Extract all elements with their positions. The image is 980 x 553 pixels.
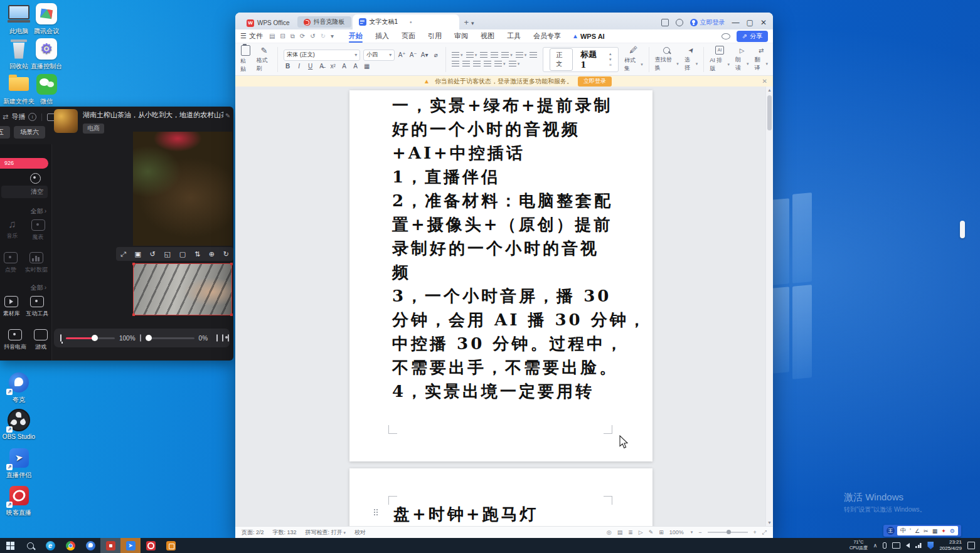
ime-punct-icon[interactable]: ʼ bbox=[910, 528, 911, 534]
underline-button[interactable]: U bbox=[306, 63, 314, 70]
scrollbar-thumb[interactable] bbox=[767, 95, 772, 130]
switch-icon[interactable]: ⇄ bbox=[3, 113, 8, 121]
desktop-icon-meeting[interactable]: 腾讯会议 bbox=[29, 3, 64, 36]
zoom-slider[interactable] bbox=[708, 532, 748, 533]
tab-references[interactable]: 引用 bbox=[422, 29, 448, 43]
superscript-button[interactable]: x² bbox=[329, 63, 337, 70]
video-source-2-selected[interactable] bbox=[133, 263, 232, 315]
taskbar-red-app[interactable] bbox=[100, 538, 120, 553]
layout-mode-icon[interactable] bbox=[661, 19, 669, 26]
edit-title-icon[interactable]: ✎ bbox=[225, 112, 230, 119]
desktop-icon-live-companion[interactable]: ➤↗ 直播伴侣 bbox=[1, 446, 36, 480]
tool-stats[interactable]: 实时数据 bbox=[25, 252, 48, 274]
sync-icon[interactable]: ⟳ bbox=[300, 33, 305, 40]
tool-media-library[interactable]: 素材库 bbox=[3, 296, 20, 318]
reset-icon[interactable]: ↻ bbox=[223, 250, 229, 258]
live-cover-thumbnail[interactable] bbox=[54, 109, 78, 133]
strikethrough-button[interactable]: A̶ bbox=[317, 63, 326, 70]
document-area[interactable]: 一，实景+绿布+提前录制 好的一个小时的音视频 +AI+中控插话 1，直播伴侣 … bbox=[235, 87, 773, 526]
desktop-icon-console[interactable]: ⚙ 直播控制台 bbox=[29, 38, 64, 71]
bullets-button[interactable]: ▾ bbox=[452, 52, 463, 58]
zoom-in-button[interactable]: + bbox=[754, 529, 757, 535]
font-name-select[interactable]: 宋体 (正文)▾ bbox=[284, 50, 360, 61]
tab-list-caret[interactable]: ▾ bbox=[471, 20, 474, 26]
notice-close-icon[interactable]: ✕ bbox=[762, 78, 767, 85]
fullscreen-icon[interactable]: ⤢ bbox=[762, 529, 767, 536]
maximize-button[interactable]: ▢ bbox=[747, 19, 754, 26]
more-caret-icon[interactable]: ▾ bbox=[331, 33, 334, 40]
zoom-value[interactable]: 100% bbox=[669, 529, 684, 535]
edge-slide-handle[interactable] bbox=[960, 221, 965, 238]
ai-layout-tool[interactable]: AIAI 排版▾ bbox=[710, 46, 730, 73]
section-all-2[interactable]: 全部› bbox=[31, 283, 46, 292]
new-tab-button[interactable]: + bbox=[464, 18, 469, 27]
align-right-button[interactable] bbox=[473, 61, 481, 66]
ime-cn-icon[interactable]: 中 bbox=[900, 527, 906, 535]
tool-like[interactable]: 点赞 bbox=[4, 252, 18, 274]
tab-tools[interactable]: 工具 bbox=[501, 29, 527, 43]
cpu-temp-widget[interactable]: 71°C CPU温度 bbox=[850, 540, 868, 551]
start-button[interactable] bbox=[0, 538, 20, 553]
loopback-icon[interactable] bbox=[140, 334, 141, 342]
desktop-icon-quark[interactable]: ↗ 夸克 bbox=[1, 371, 36, 404]
resize-handle[interactable] bbox=[132, 313, 135, 316]
italic-button[interactable]: I bbox=[295, 63, 303, 70]
scene-tab-5[interactable]: 五 bbox=[0, 126, 10, 139]
document-page-2[interactable]: 一，实景+绿布+提前录制 好的一个小时的音视频 +AI+中控插话 1，直播伴侣 … bbox=[349, 90, 652, 461]
scene-tab-6[interactable]: 场景六 bbox=[14, 126, 45, 139]
shrink-font-button[interactable]: A⁻ bbox=[409, 51, 417, 58]
flip-v-icon[interactable]: ⇅ bbox=[194, 250, 200, 258]
style-heading-1[interactable]: 标题 1 bbox=[580, 49, 602, 70]
read-aloud-tool[interactable]: ▷朗读▾ bbox=[735, 47, 749, 72]
desktop-icon-red-app[interactable]: ↗ 映客直播 bbox=[1, 484, 36, 517]
ime-settings-icon[interactable]: ⚙ bbox=[950, 528, 955, 534]
record-icon[interactable] bbox=[30, 173, 41, 184]
word-count[interactable]: 字数: 132 bbox=[273, 529, 297, 537]
section-all-1[interactable]: 全部› bbox=[31, 207, 46, 216]
columns-button[interactable] bbox=[530, 52, 537, 58]
ime-skin-icon[interactable]: ✦ bbox=[941, 528, 946, 534]
tab-wps-office[interactable]: W WPS Office bbox=[240, 16, 296, 29]
line-spacing-button[interactable]: ▾ bbox=[494, 61, 506, 66]
mic-volume-slider[interactable] bbox=[66, 337, 115, 339]
ime-pen-icon[interactable]: ∠ bbox=[915, 528, 920, 534]
align-center-button[interactable] bbox=[462, 61, 470, 66]
rotate-icon[interactable]: ↺ bbox=[150, 250, 156, 258]
tool-magic[interactable]: 魔表 bbox=[31, 219, 45, 241]
tab-document-active[interactable]: 文字文稿1 • bbox=[353, 14, 459, 29]
skin-icon[interactable] bbox=[676, 19, 683, 26]
shading-button[interactable]: ▦ bbox=[363, 63, 371, 70]
grid-icon[interactable]: ▣ bbox=[134, 250, 141, 258]
outline-icon[interactable]: ≣ bbox=[628, 529, 633, 535]
resize-handle[interactable] bbox=[230, 263, 233, 265]
proofread-button[interactable]: 校对 bbox=[354, 529, 366, 537]
tab-insert[interactable]: 插入 bbox=[369, 29, 395, 43]
paste-button[interactable]: 粘贴 bbox=[240, 45, 251, 73]
tab-page[interactable]: 页面 bbox=[395, 29, 422, 43]
notice-login-button[interactable]: 立即登录 bbox=[578, 76, 612, 87]
volume-tray-icon[interactable] bbox=[906, 543, 910, 548]
tool-ecommerce[interactable]: 抖音电商 bbox=[4, 329, 26, 351]
eye-protect-icon[interactable]: ◎ bbox=[607, 529, 612, 535]
scroll-up-icon[interactable]: ▲ bbox=[766, 88, 773, 92]
eye-protect-icon[interactable] bbox=[722, 33, 730, 40]
fit-page-icon[interactable]: ⊞ bbox=[659, 529, 664, 535]
clock-widget[interactable]: 23:21 2025/4/29 bbox=[939, 539, 962, 552]
network-tray-icon[interactable] bbox=[915, 543, 922, 548]
justify-button[interactable] bbox=[484, 61, 491, 66]
spellcheck-status[interactable]: 拼写检查: 打开▾ bbox=[306, 529, 346, 537]
pen-icon[interactable]: ✎ bbox=[649, 529, 654, 535]
ime-logo-icon[interactable]: 王 bbox=[887, 527, 895, 535]
video-source-1[interactable] bbox=[133, 132, 232, 246]
vertical-scrollbar[interactable]: ▲ ▼ bbox=[765, 87, 773, 526]
taskbar-wps[interactable] bbox=[161, 538, 181, 553]
ime-cut-icon[interactable]: ✂ bbox=[924, 528, 929, 534]
desktop-icon-wechat[interactable]: 微信 bbox=[29, 73, 64, 106]
clear-button[interactable]: 清空 bbox=[1, 186, 48, 198]
flip-h-icon[interactable]: ◱ bbox=[164, 250, 171, 258]
numbering-button[interactable]: ▾ bbox=[466, 52, 477, 58]
tool-interactive[interactable]: 互动工具 bbox=[26, 296, 48, 318]
resize-handle[interactable] bbox=[132, 263, 135, 265]
zoom-out-button[interactable]: − bbox=[698, 529, 701, 535]
styleset-tool[interactable]: 🖉样式集▾ bbox=[624, 46, 643, 73]
